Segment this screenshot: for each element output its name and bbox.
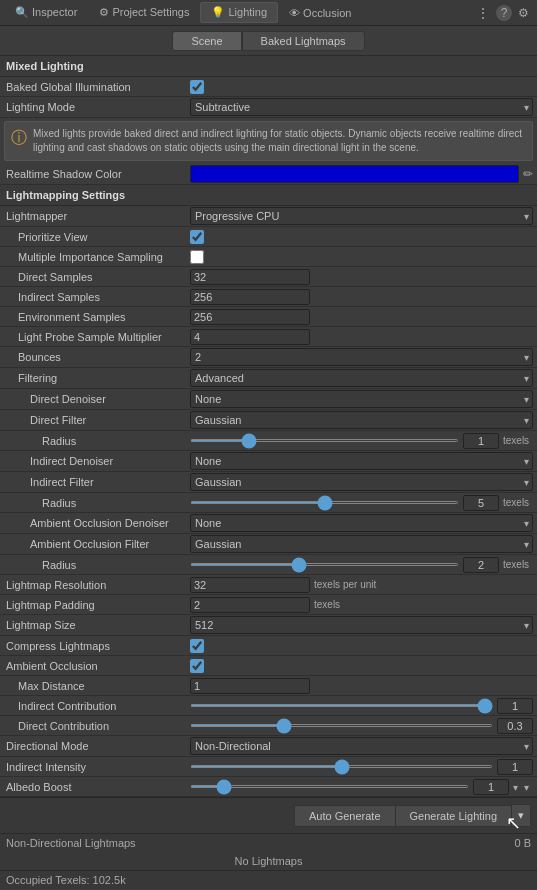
- ao-filter-label: Ambient Occlusion Filter: [0, 538, 190, 550]
- realtime-shadow-label: Realtime Shadow Color: [0, 168, 190, 180]
- no-lightmaps-label: No Lightmaps: [235, 855, 303, 867]
- info-text: Mixed lights provide baked direct and in…: [33, 127, 526, 155]
- direct-radius-label: Radius: [0, 435, 190, 447]
- lightmap-size-dropdown[interactable]: 256 512 1024 2048 4096: [190, 616, 533, 634]
- indirect-radius-slider[interactable]: [190, 501, 459, 504]
- bounces-dropdown[interactable]: 1 2 3 4: [190, 348, 533, 366]
- baked-gi-checkbox[interactable]: [190, 80, 204, 94]
- multiple-importance-checkbox[interactable]: [190, 250, 204, 264]
- ao-filter-row: Ambient Occlusion Filter None Gaussian A…: [0, 534, 537, 555]
- directional-mode-label: Directional Mode: [0, 740, 190, 752]
- generate-lighting-dropdown-button[interactable]: ▾: [512, 804, 531, 827]
- light-probe-input[interactable]: [190, 329, 310, 345]
- color-picker-icon[interactable]: ✏: [523, 167, 533, 181]
- environment-samples-row: Environment Samples: [0, 307, 537, 327]
- indirect-filter-row: Indirect Filter None Gaussian A-Trous: [0, 472, 537, 493]
- indirect-radius-row: Radius texels: [0, 493, 537, 513]
- indirect-intensity-input[interactable]: [497, 759, 533, 775]
- ao-denoiser-dropdown[interactable]: None Optix OpenImage: [190, 514, 533, 532]
- mixed-lighting-info: ⓘ Mixed lights provide baked direct and …: [4, 121, 533, 161]
- direct-radius-input[interactable]: [463, 433, 499, 449]
- indirect-filter-value: None Gaussian A-Trous: [190, 473, 537, 491]
- prioritize-view-checkbox[interactable]: [190, 230, 204, 244]
- lightmap-size-row: Lightmap Size 256 512 1024 2048 4096: [0, 615, 537, 636]
- directional-mode-dropdown[interactable]: Non-Directional Directional: [190, 737, 533, 755]
- indirect-radius-unit: texels: [503, 497, 533, 508]
- shadow-color-swatch[interactable]: [190, 165, 519, 183]
- indirect-samples-label: Indirect Samples: [0, 291, 190, 303]
- indirect-samples-input[interactable]: [190, 289, 310, 305]
- compress-label: Compress Lightmaps: [0, 640, 190, 652]
- lightmapper-dropdown[interactable]: Progressive CPU Progressive GPU Enlighte…: [190, 207, 533, 225]
- compress-checkbox[interactable]: [190, 639, 204, 653]
- sub-tab-baked-lightmaps[interactable]: Baked Lightmaps: [242, 31, 365, 51]
- lighting-mode-dropdown[interactable]: Subtractive Baked Indirect Shadowmask: [190, 98, 533, 116]
- compress-value: [190, 639, 537, 653]
- indirect-radius-label: Radius: [0, 497, 190, 509]
- lightmap-padding-unit: texels: [314, 599, 340, 610]
- lighting-mode-value: Subtractive Baked Indirect Shadowmask: [190, 98, 537, 116]
- indirect-contribution-label: Indirect Contribution: [0, 700, 190, 712]
- multiple-importance-value: [190, 250, 537, 264]
- stats-label: Non-Directional Lightmaps: [6, 837, 136, 849]
- tab-project-settings[interactable]: ⚙ Project Settings: [88, 2, 200, 23]
- direct-samples-input[interactable]: [190, 269, 310, 285]
- ambient-occlusion-row: Ambient Occlusion: [0, 656, 537, 676]
- max-distance-input[interactable]: [190, 678, 310, 694]
- direct-denoiser-dropdown[interactable]: None Optix OpenImage: [190, 390, 533, 408]
- tab-inspector[interactable]: 🔍 Inspector: [4, 2, 88, 23]
- ao-denoiser-label: Ambient Occlusion Denoiser: [0, 517, 190, 529]
- sub-tab-scene[interactable]: Scene: [172, 31, 241, 51]
- ao-radius-slider[interactable]: [190, 563, 459, 566]
- direct-radius-slider[interactable]: [190, 439, 459, 442]
- realtime-shadow-row: Realtime Shadow Color ✏: [0, 164, 537, 185]
- direct-denoiser-dropdown-wrap: None Optix OpenImage: [190, 390, 533, 408]
- lighting-mode-dropdown-wrap: Subtractive Baked Indirect Shadowmask: [190, 98, 533, 116]
- generate-lighting-button[interactable]: Generate Lighting: [396, 805, 512, 827]
- occupied-texels-label: Occupied Texels: 102.5k: [6, 874, 126, 886]
- lightmapper-value: Progressive CPU Progressive GPU Enlighte…: [190, 207, 537, 225]
- ao-radius-input[interactable]: [463, 557, 499, 573]
- albedo-boost-slider[interactable]: [190, 785, 469, 788]
- lightmap-resolution-row: Lightmap Resolution texels per unit: [0, 575, 537, 595]
- albedo-boost-input[interactable]: [473, 779, 509, 795]
- indirect-denoiser-dropdown[interactable]: None Optix OpenImage: [190, 452, 533, 470]
- settings-icon[interactable]: ⚙: [518, 6, 529, 20]
- ambient-occlusion-checkbox[interactable]: [190, 659, 204, 673]
- tab-occlusion[interactable]: 👁 Occlusion: [278, 3, 362, 23]
- ao-denoiser-dropdown-wrap: None Optix OpenImage: [190, 514, 533, 532]
- direct-contribution-input[interactable]: [497, 718, 533, 734]
- bounces-row: Bounces 1 2 3 4: [0, 347, 537, 368]
- nav-tabs: 🔍 Inspector ⚙ Project Settings 💡 Lightin…: [0, 0, 537, 26]
- light-probe-value: [190, 329, 537, 345]
- albedo-boost-row: Albedo Boost ▾: [0, 777, 537, 797]
- lightmap-resolution-input[interactable]: [190, 577, 310, 593]
- auto-generate-button[interactable]: Auto Generate: [294, 805, 396, 827]
- lightmap-resolution-value: texels per unit: [190, 577, 537, 593]
- environment-samples-input[interactable]: [190, 309, 310, 325]
- indirect-denoiser-row: Indirect Denoiser None Optix OpenImage: [0, 451, 537, 472]
- overflow-icon[interactable]: ⋮: [476, 5, 490, 21]
- indirect-contribution-input[interactable]: [497, 698, 533, 714]
- ao-filter-dropdown[interactable]: None Gaussian A-Trous: [190, 535, 533, 553]
- lightmap-size-value: 256 512 1024 2048 4096: [190, 616, 537, 634]
- indirect-radius-input[interactable]: [463, 495, 499, 511]
- direct-filter-dropdown[interactable]: None Gaussian A-Trous: [190, 411, 533, 429]
- occlusion-icon: 👁: [289, 7, 300, 19]
- indirect-intensity-label: Indirect Intensity: [0, 761, 190, 773]
- directional-mode-value: Non-Directional Directional: [190, 737, 537, 755]
- indirect-intensity-slider[interactable]: [190, 765, 493, 768]
- direct-contribution-slider[interactable]: [190, 724, 493, 727]
- occupied-texels-row: Occupied Texels: 102.5k: [0, 870, 537, 889]
- indirect-filter-dropdown[interactable]: None Gaussian A-Trous: [190, 473, 533, 491]
- help-icon[interactable]: ?: [496, 5, 512, 21]
- directional-mode-row: Directional Mode Non-Directional Directi…: [0, 736, 537, 757]
- lightmap-padding-input[interactable]: [190, 597, 310, 613]
- filtering-dropdown[interactable]: None Auto Advanced: [190, 369, 533, 387]
- lightmap-padding-row: Lightmap Padding texels: [0, 595, 537, 615]
- max-distance-row: Max Distance: [0, 676, 537, 696]
- albedo-boost-label: Albedo Boost: [0, 781, 190, 793]
- tab-lighting[interactable]: 💡 Lighting: [200, 2, 278, 23]
- max-distance-label: Max Distance: [0, 680, 190, 692]
- indirect-contribution-slider[interactable]: [190, 704, 493, 707]
